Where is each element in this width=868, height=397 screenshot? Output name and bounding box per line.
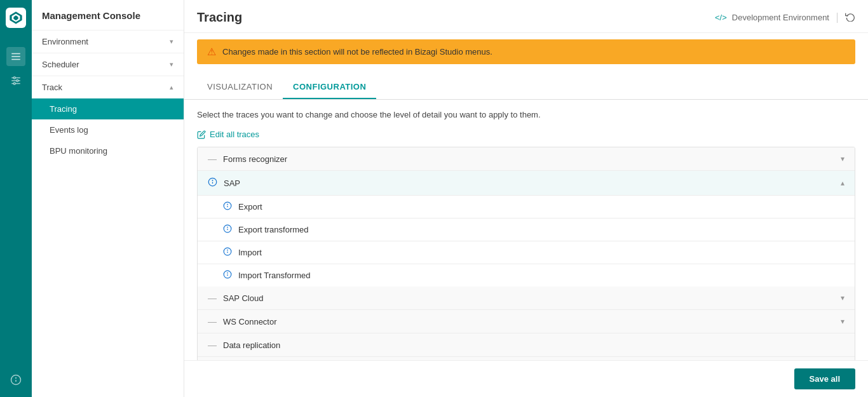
sap-sub-rows: Export Export transformed <box>198 196 855 286</box>
trace-row-name: Data replication <box>223 340 280 350</box>
save-all-button[interactable]: Save all <box>794 368 855 389</box>
info-circle-icon <box>208 177 217 189</box>
trace-row-name: Forms recognizer <box>223 154 287 164</box>
sidebar-section-environment-header[interactable]: Environment ▾ <box>32 30 184 53</box>
chevron-down-icon: ▾ <box>170 37 173 46</box>
sidebar-section-track: Track ▴ Tracing Events log BPU monitorin… <box>32 76 184 161</box>
sub-row-import[interactable]: Import <box>198 241 855 264</box>
page-title: Tracing <box>197 10 242 25</box>
code-brackets-icon: </> <box>715 13 727 22</box>
trace-row-ws-connector[interactable]: — WS Connector ▾ <box>198 310 855 333</box>
warning-text: Changes made in this section will not be… <box>222 47 492 57</box>
trace-row-sap-cloud[interactable]: — SAP Cloud ▾ <box>198 286 855 310</box>
chevron-down-icon: ▾ <box>841 317 844 326</box>
dash-icon: — <box>208 316 217 326</box>
svg-point-7 <box>17 80 18 82</box>
content-description: Select the traces you want to change and… <box>197 110 855 119</box>
warning-banner: ⚠ Changes made in this section will not … <box>197 39 855 64</box>
sub-row-name: Export <box>238 202 262 212</box>
info-circle-icon <box>223 201 232 212</box>
sub-row-name: Import <box>238 248 262 257</box>
sidebar-item-events-log[interactable]: Events log <box>32 119 184 140</box>
tab-configuration[interactable]: CONFIGURATION <box>283 76 376 99</box>
sidebar-toggle-icon[interactable] <box>6 47 25 66</box>
dash-icon: — <box>208 340 217 350</box>
sidebar-section-environment-label: Environment <box>42 37 88 46</box>
trace-row-name: WS Connector <box>223 317 277 326</box>
sidebar-section-track-label: Track <box>42 83 62 92</box>
app-logo <box>6 8 26 28</box>
icon-bar <box>0 0 32 397</box>
dash-icon: — <box>208 293 217 303</box>
header-right: </> Development Environment <box>715 11 855 24</box>
footer: Save all <box>184 360 868 397</box>
dev-env-label: Development Environment <box>732 13 829 22</box>
trace-row-name: SAP Cloud <box>223 293 263 303</box>
sub-row-import-transformed[interactable]: Import Transformed <box>198 264 855 286</box>
content-area: Select the traces you want to change and… <box>184 100 868 360</box>
sidebar-section-scheduler-header[interactable]: Scheduler ▾ <box>32 53 184 76</box>
svg-point-6 <box>13 77 15 79</box>
sub-row-name: Export transformed <box>238 225 309 234</box>
edit-all-traces-link[interactable]: Edit all traces <box>197 130 855 139</box>
sub-row-export[interactable]: Export <box>198 196 855 219</box>
edit-all-traces-label: Edit all traces <box>210 130 259 139</box>
chevron-down-icon: ▾ <box>170 60 173 69</box>
main-content: Tracing </> Development Environment ⚠ Ch… <box>184 0 868 397</box>
main-header: Tracing </> Development Environment <box>184 0 868 33</box>
sidebar-item-tracing[interactable]: Tracing <box>32 98 184 119</box>
sidebar-item-bpu-monitoring[interactable]: BPU monitoring <box>32 140 184 161</box>
trace-row-sap[interactable]: SAP ▴ <box>198 171 855 196</box>
sidebar-title: Management Console <box>32 10 184 30</box>
chevron-up-icon: ▴ <box>841 178 844 187</box>
dash-icon: — <box>208 154 217 164</box>
sub-row-export-transformed[interactable]: Export transformed <box>198 219 855 241</box>
trace-row-forms-recognizer[interactable]: — Forms recognizer ▾ <box>198 147 855 171</box>
info-circle-icon <box>223 270 232 281</box>
sub-row-name: Import Transformed <box>238 271 310 280</box>
filter-icon[interactable] <box>6 71 25 90</box>
chevron-up-icon: ▴ <box>170 83 173 91</box>
refresh-icon[interactable] <box>845 11 855 24</box>
sidebar-section-track-header[interactable]: Track ▴ <box>32 76 184 98</box>
trace-row-name: SAP <box>224 178 240 188</box>
trace-row-data-replication[interactable]: — Data replication <box>198 333 855 357</box>
sidebar-section-environment: Environment ▾ <box>32 30 184 53</box>
sidebar-section-scheduler: Scheduler ▾ <box>32 53 184 76</box>
sidebar-section-scheduler-label: Scheduler <box>42 60 79 69</box>
trace-list: — Forms recognizer ▾ SAP <box>197 147 855 360</box>
tabs: VISUALIZATION CONFIGURATION <box>184 76 868 100</box>
svg-point-8 <box>13 83 15 84</box>
edit-icon <box>197 130 206 139</box>
header-divider <box>837 13 837 23</box>
chevron-down-icon: ▾ <box>841 154 844 163</box>
sidebar: Management Console Environment ▾ Schedul… <box>32 0 184 397</box>
chevron-down-icon: ▾ <box>841 293 844 302</box>
info-circle-icon <box>223 247 232 258</box>
tab-visualization[interactable]: VISUALIZATION <box>197 76 283 99</box>
info-icon[interactable] <box>6 370 25 389</box>
info-circle-icon <box>223 224 232 235</box>
warning-icon: ⚠ <box>207 46 216 58</box>
